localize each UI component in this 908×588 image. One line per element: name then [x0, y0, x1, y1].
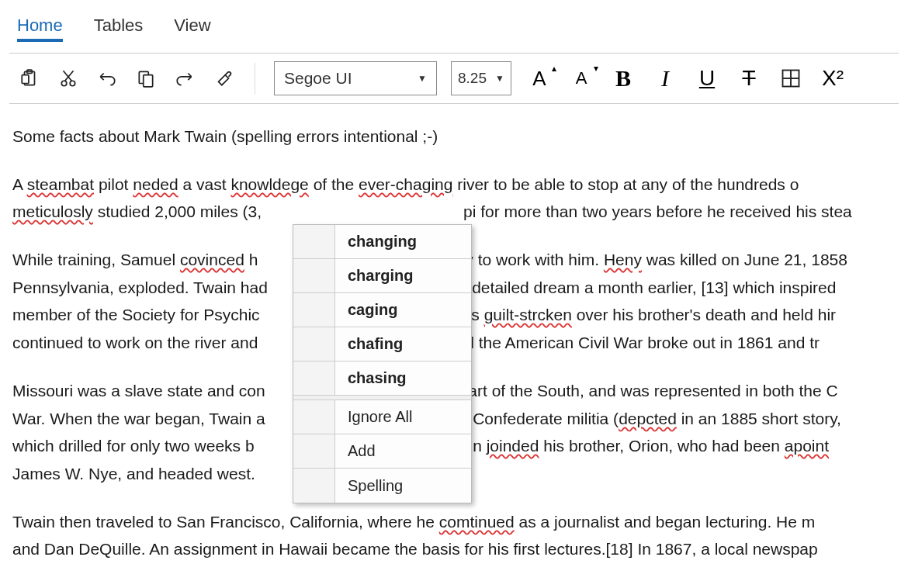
paragraph: Some facts about Mark Twain (spelling er…: [12, 123, 896, 150]
misspelled-word[interactable]: comtinued: [439, 513, 515, 531]
paragraph: A steambat pilot neded a vast knowldege …: [12, 171, 896, 226]
menu-icon-gutter: [293, 225, 335, 258]
font-family-value: Segoe UI: [284, 69, 352, 88]
underline-button[interactable]: U: [693, 64, 721, 92]
svg-line-5: [65, 71, 74, 81]
svg-point-4: [70, 81, 75, 86]
font-size-select[interactable]: 8.25 ▼: [451, 61, 511, 95]
misspelled-word[interactable]: guilt-strcken: [484, 306, 572, 323]
increase-font-icon[interactable]: A▴: [525, 64, 553, 92]
misspelled-word[interactable]: covinced: [180, 251, 244, 268]
svg-rect-8: [144, 75, 153, 87]
strikethrough-button[interactable]: T: [735, 64, 763, 92]
toolbar: Segoe UI ▼ 8.25 ▼ A▴ A▾ B I U T X²: [9, 53, 899, 104]
misspelled-word[interactable]: knowldege: [230, 175, 308, 193]
borders-icon[interactable]: [777, 64, 805, 92]
tab-home[interactable]: Home: [17, 16, 63, 42]
ribbon-tabs: Home Tables View: [0, 0, 908, 48]
suggestion-item[interactable]: changing: [293, 225, 471, 259]
spelling-dialog-item[interactable]: Spelling: [293, 469, 471, 503]
menu-icon-gutter: [293, 469, 335, 503]
misspelled-word[interactable]: Heny: [604, 251, 642, 268]
tab-tables[interactable]: Tables: [94, 16, 144, 42]
redo-icon[interactable]: [172, 66, 197, 91]
menu-icon-gutter: [293, 327, 335, 361]
misspelled-word[interactable]: apoint: [785, 437, 829, 455]
italic-button[interactable]: I: [651, 64, 679, 92]
copy-icon[interactable]: [133, 66, 158, 91]
misspelled-word[interactable]: neded: [133, 175, 178, 193]
font-family-select[interactable]: Segoe UI ▼: [274, 61, 437, 95]
suggestion-item[interactable]: chasing: [293, 361, 471, 396]
misspelled-word[interactable]: meticulosly: [12, 202, 93, 220]
menu-icon-gutter: [293, 293, 335, 327]
menu-icon-gutter: [293, 400, 335, 434]
misspelled-word[interactable]: ever-chaging: [359, 175, 452, 193]
menu-icon-gutter: [293, 434, 335, 468]
ignore-all-item[interactable]: Ignore All: [293, 400, 471, 434]
toolbar-separator: [255, 63, 255, 94]
svg-rect-2: [22, 75, 29, 84]
add-to-dictionary-item[interactable]: Add: [293, 434, 471, 469]
tab-view[interactable]: View: [174, 16, 210, 42]
suggestion-item[interactable]: charging: [293, 259, 471, 293]
format-painter-icon[interactable]: [211, 66, 236, 91]
suggestion-item[interactable]: caging: [293, 293, 471, 327]
superscript-button[interactable]: X²: [819, 64, 847, 92]
menu-icon-gutter: [293, 259, 335, 292]
font-size-value: 8.25: [458, 70, 487, 87]
suggestion-item[interactable]: chafing: [293, 327, 471, 361]
svg-point-3: [61, 81, 67, 86]
misspelled-word[interactable]: steambat: [27, 175, 94, 193]
misspelled-word[interactable]: joinded: [487, 437, 539, 455]
svg-line-6: [64, 71, 72, 81]
paste-icon[interactable]: [17, 66, 42, 91]
misspelled-word[interactable]: depcted: [619, 410, 677, 427]
paragraph: Twain then traveled to San Francisco, Ca…: [12, 508, 896, 563]
bold-button[interactable]: B: [609, 64, 637, 92]
decrease-font-icon[interactable]: A▾: [567, 64, 595, 92]
cut-icon[interactable]: [56, 66, 81, 91]
undo-icon[interactable]: [95, 66, 120, 91]
spellcheck-context-menu: changing charging caging chafing chasing…: [293, 224, 472, 503]
menu-icon-gutter: [293, 361, 335, 395]
chevron-down-icon: ▼: [418, 73, 427, 84]
chevron-down-icon: ▼: [495, 73, 504, 84]
